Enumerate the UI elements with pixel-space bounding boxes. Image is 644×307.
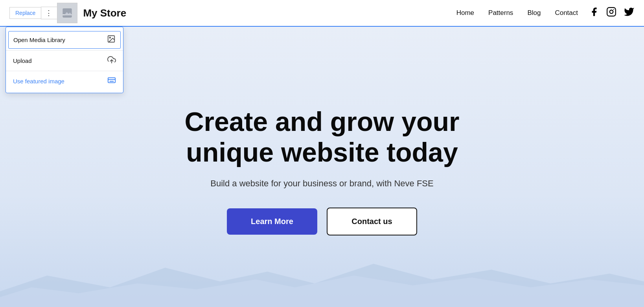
instagram-icon[interactable]: [606, 7, 616, 19]
nav-home[interactable]: Home: [456, 9, 474, 17]
image-placeholder-icon: [62, 7, 73, 18]
facebook-icon[interactable]: [589, 7, 599, 19]
featured-image-icon: [107, 76, 116, 86]
svg-marker-11: [0, 264, 644, 307]
more-options-button[interactable]: ⋮: [41, 7, 57, 19]
nav-contact[interactable]: Contact: [555, 9, 578, 17]
hero-subtitle: Build a website for your business or bra…: [210, 178, 433, 189]
media-dropdown: Open Media Library Upload Use featured i…: [6, 27, 123, 93]
social-icons: [589, 6, 635, 20]
nav-blog[interactable]: Blog: [527, 9, 541, 17]
svg-rect-3: [607, 7, 616, 16]
main-nav: Home Patterns Blog Contact: [456, 9, 578, 17]
mountain-background: [0, 260, 644, 307]
svg-marker-12: [0, 276, 644, 307]
upload-icon: [107, 55, 116, 66]
replace-button[interactable]: Replace: [9, 7, 41, 19]
learn-more-button[interactable]: Learn More: [227, 208, 317, 235]
open-media-library-item[interactable]: Open Media Library: [8, 31, 121, 49]
site-title: My Store: [83, 7, 126, 19]
header: Replace ⋮ My Store Home Patterns Blog Co…: [0, 0, 644, 27]
contact-us-button[interactable]: Contact us: [327, 208, 417, 235]
nav-patterns[interactable]: Patterns: [488, 9, 513, 17]
dropdown-menu-container: Open Media Library Upload Use featured i…: [6, 27, 123, 93]
divider-1: [6, 50, 123, 51]
svg-point-6: [109, 37, 110, 38]
site-logo: [57, 3, 77, 23]
hero-buttons: Learn More Contact us: [227, 208, 417, 235]
twitter-icon[interactable]: [624, 6, 635, 20]
svg-rect-8: [108, 78, 115, 83]
image-icon: [107, 35, 116, 45]
use-featured-image-label: Use featured image: [13, 78, 64, 85]
hero-title: Create and grow your unique website toda…: [169, 106, 475, 167]
header-left: Replace ⋮ My Store: [9, 3, 126, 23]
upload-item[interactable]: Upload: [6, 51, 123, 70]
divider-2: [6, 71, 123, 71]
open-media-library-label: Open Media Library: [13, 37, 65, 43]
use-featured-image-item[interactable]: Use featured image: [6, 72, 123, 90]
upload-label: Upload: [13, 57, 32, 64]
